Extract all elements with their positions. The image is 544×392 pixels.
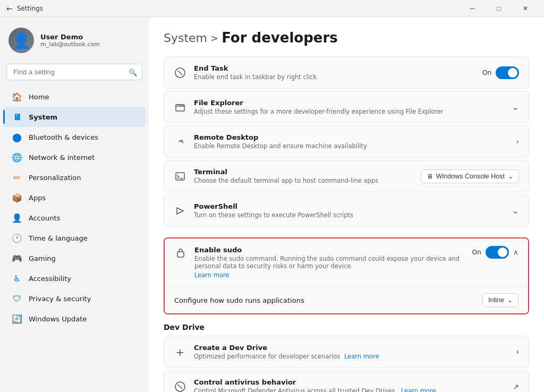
- settings-section: End Task Enable end task in taskbar by r…: [164, 56, 529, 227]
- sidebar-item-label: Apps: [29, 194, 46, 202]
- sidebar-nav: 🏠 Home 🖥 System ⬤ Bluetooth & devices 🌐 …: [0, 87, 149, 329]
- end-task-right: On: [482, 66, 519, 79]
- maximize-button[interactable]: □: [487, 0, 511, 17]
- sidebar-item-label: Accessibility: [29, 275, 71, 283]
- sidebar-item-personalization[interactable]: ✏️ Personalization: [3, 167, 146, 188]
- sidebar-item-label: Network & internet: [29, 154, 95, 161]
- sidebar-item-apps[interactable]: 📦 Apps: [3, 188, 146, 208]
- file-explorer-chevron: ⌄: [512, 102, 519, 112]
- search-input[interactable]: [6, 64, 142, 80]
- sidebar-item-system[interactable]: 🖥 System: [3, 107, 146, 127]
- app-container: 👤 User Demo m_lab@outlook.com 🔍 🏠 Home 🖥…: [0, 17, 544, 392]
- control-antivirus-learn-more[interactable]: Learn more: [401, 387, 436, 392]
- terminal-dropdown-chevron: ⌄: [508, 173, 513, 180]
- remote-desktop-content: Remote Desktop Enable Remote Desktop and…: [194, 133, 505, 150]
- svg-rect-3: [176, 173, 184, 180]
- sudo-sub-dropdown-label: Inline: [488, 296, 504, 304]
- sudo-sub-dropdown-chevron: ⌄: [507, 296, 513, 304]
- control-antivirus-desc: Control Microsoft Defender Antivirus acr…: [194, 387, 505, 392]
- sidebar: 👤 User Demo m_lab@outlook.com 🔍 🏠 Home 🖥…: [0, 17, 149, 392]
- file-explorer-card[interactable]: File Explorer Adjust these settings for …: [164, 91, 529, 123]
- create-dev-drive-card[interactable]: + Create a Dev Drive Optimized performan…: [164, 336, 529, 368]
- terminal-icon: [174, 170, 186, 183]
- sudo-right: On ∧: [472, 246, 518, 259]
- svg-line-1: [178, 71, 182, 75]
- breadcrumb-current: For developers: [222, 30, 338, 46]
- end-task-toggle[interactable]: [496, 66, 519, 79]
- sidebar-item-label: Windows Update: [29, 315, 87, 323]
- remote-desktop-title: Remote Desktop: [194, 133, 505, 141]
- gaming-icon: 🎮: [12, 253, 22, 263]
- create-dev-drive-title: Create a Dev Drive: [194, 344, 505, 352]
- sidebar-item-network[interactable]: 🌐 Network & internet: [3, 147, 146, 167]
- sudo-learn-more[interactable]: Learn more: [194, 271, 465, 279]
- sudo-sub-label: Configure how sudo runs applications: [174, 296, 304, 304]
- minimize-button[interactable]: ─: [460, 0, 484, 17]
- sudo-content: Enable sudo Enable the sudo command. Run…: [194, 246, 465, 279]
- remote-desktop-icon: [174, 135, 186, 148]
- sudo-toggle-label: On: [472, 249, 481, 256]
- end-task-card[interactable]: End Task Enable end task in taskbar by r…: [164, 56, 529, 89]
- file-explorer-icon: [174, 101, 186, 114]
- control-antivirus-title: Control antivirus behavior: [194, 378, 505, 386]
- terminal-dropdown-label: Windows Console Host: [436, 173, 505, 180]
- sidebar-item-accounts[interactable]: 👤 Accounts: [3, 208, 146, 228]
- control-antivirus-content: Control antivirus behavior Control Micro…: [194, 378, 505, 392]
- terminal-desc: Choose the default terminal app to host …: [194, 177, 413, 184]
- sidebar-item-accessibility[interactable]: ♿ Accessibility: [3, 268, 146, 288]
- user-info: User Demo m_lab@outlook.com: [40, 33, 100, 48]
- user-profile[interactable]: 👤 User Demo m_lab@outlook.com: [0, 21, 149, 62]
- sidebar-item-privacy[interactable]: 🛡 Privacy & security: [3, 288, 146, 309]
- sidebar-item-windowsupdate[interactable]: 🔄 Windows Update: [3, 309, 146, 329]
- end-task-desc: Enable end task in taskbar by right clic…: [194, 73, 475, 81]
- powershell-icon: [174, 204, 186, 217]
- sudo-main-card[interactable]: Enable sudo Enable the sudo command. Run…: [165, 238, 528, 286]
- file-explorer-right: ⌄: [512, 102, 519, 112]
- sidebar-item-gaming[interactable]: 🎮 Gaming: [3, 248, 146, 268]
- sudo-sub-dropdown[interactable]: Inline ⌄: [482, 293, 518, 307]
- create-dev-drive-learn-more[interactable]: Learn more: [344, 353, 379, 360]
- app-title: Settings: [17, 5, 43, 12]
- terminal-card[interactable]: Terminal Choose the default terminal app…: [164, 160, 529, 192]
- personalization-icon: ✏️: [12, 172, 22, 183]
- end-task-title: End Task: [194, 64, 475, 72]
- create-dev-drive-right: ⌄: [513, 348, 519, 356]
- avatar-icon: 👤: [12, 32, 31, 49]
- control-antivirus-card[interactable]: Control antivirus behavior Control Micro…: [164, 370, 529, 392]
- remote-desktop-chevron: ⌄: [512, 139, 520, 145]
- create-dev-drive-desc: Optimized performance for developer scen…: [194, 353, 505, 360]
- create-dev-drive-icon: +: [174, 346, 186, 359]
- time-icon: 🕐: [12, 233, 22, 243]
- sidebar-item-label: System: [29, 113, 57, 121]
- sidebar-item-label: Accounts: [29, 214, 60, 222]
- control-antivirus-icon: [174, 380, 186, 393]
- sudo-toggle[interactable]: [486, 246, 509, 259]
- create-dev-drive-chevron: ⌄: [512, 349, 520, 355]
- sidebar-item-home[interactable]: 🏠 Home: [3, 87, 146, 107]
- accessibility-icon: ♿: [12, 273, 22, 284]
- powershell-chevron: ⌄: [512, 206, 519, 216]
- breadcrumb-system[interactable]: System: [164, 31, 207, 45]
- breadcrumb-separator: >: [210, 32, 218, 44]
- file-explorer-content: File Explorer Adjust these settings for …: [194, 99, 505, 115]
- breadcrumb: System > For developers: [164, 30, 529, 46]
- back-icon[interactable]: ←: [6, 4, 13, 13]
- title-bar: ← Settings ─ □ ✕: [0, 0, 544, 17]
- close-button[interactable]: ✕: [513, 0, 538, 17]
- update-icon: 🔄: [12, 313, 22, 324]
- terminal-dropdown[interactable]: 🖥 Windows Console Host ⌄: [421, 169, 519, 183]
- remote-desktop-card[interactable]: Remote Desktop Enable Remote Desktop and…: [164, 125, 529, 158]
- sidebar-item-label: Bluetooth & devices: [29, 133, 98, 141]
- user-name: User Demo: [40, 33, 100, 41]
- sidebar-item-time[interactable]: 🕐 Time & language: [3, 228, 146, 248]
- sudo-sub-row[interactable]: Configure how sudo runs applications Inl…: [165, 286, 528, 313]
- end-task-content: End Task Enable end task in taskbar by r…: [194, 64, 475, 81]
- powershell-card[interactable]: PowerShell Turn on these settings to exe…: [164, 194, 529, 227]
- terminal-title: Terminal: [194, 168, 413, 176]
- sidebar-item-label: Home: [29, 93, 49, 101]
- avatar: 👤: [8, 28, 34, 53]
- search-icon: 🔍: [129, 68, 137, 76]
- sudo-chevron: ∧: [513, 248, 518, 257]
- terminal-content: Terminal Choose the default terminal app…: [194, 168, 413, 184]
- sidebar-item-bluetooth[interactable]: ⬤ Bluetooth & devices: [3, 127, 146, 147]
